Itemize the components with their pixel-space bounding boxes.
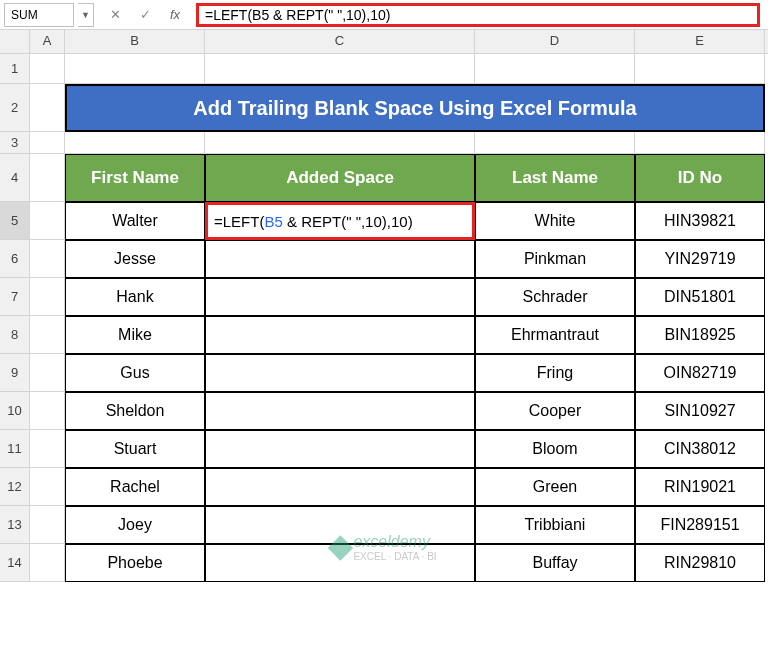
row-header[interactable]: 8	[0, 316, 30, 354]
cell-added[interactable]	[205, 316, 475, 354]
table-header-last-name[interactable]: Last Name	[475, 154, 635, 202]
cell-last-name[interactable]: Ehrmantraut	[475, 316, 635, 354]
cell-added[interactable]	[205, 278, 475, 316]
cell-first-name[interactable]: Joey	[65, 506, 205, 544]
cell-last-name[interactable]: White	[475, 202, 635, 240]
table-header-added-space[interactable]: Added Space	[205, 154, 475, 202]
cell-id[interactable]: DIN51801	[635, 278, 765, 316]
cell-first-name[interactable]: Phoebe	[65, 544, 205, 582]
cell-id[interactable]: SIN10927	[635, 392, 765, 430]
cell-added[interactable]	[205, 354, 475, 392]
row-header[interactable]: 10	[0, 392, 30, 430]
row-header[interactable]: 4	[0, 154, 30, 202]
cell-last-name[interactable]: Buffay	[475, 544, 635, 582]
name-box-dropdown[interactable]: ▼	[78, 3, 94, 27]
cell[interactable]	[30, 84, 65, 132]
formula-input-highlight	[196, 3, 760, 27]
cell-added[interactable]	[205, 240, 475, 278]
table-header-first-name[interactable]: First Name	[65, 154, 205, 202]
row-header[interactable]: 7	[0, 278, 30, 316]
cell-id[interactable]: HIN39821	[635, 202, 765, 240]
page-title[interactable]: Add Trailing Blank Space Using Excel For…	[65, 84, 765, 132]
cell[interactable]	[475, 132, 635, 154]
cell[interactable]	[30, 278, 65, 316]
cell-id[interactable]: RIN19021	[635, 468, 765, 506]
cell[interactable]	[30, 240, 65, 278]
cell[interactable]	[30, 468, 65, 506]
cell[interactable]	[30, 54, 65, 84]
cell-first-name[interactable]: Rachel	[65, 468, 205, 506]
cell[interactable]	[30, 202, 65, 240]
watermark: exceldemy EXCEL · DATA · BI	[331, 533, 436, 562]
column-headers: A B C D E	[0, 30, 768, 54]
row-header[interactable]: 11	[0, 430, 30, 468]
cell-last-name[interactable]: Bloom	[475, 430, 635, 468]
cell[interactable]	[65, 54, 205, 84]
cell[interactable]	[205, 54, 475, 84]
cell[interactable]	[30, 154, 65, 202]
confirm-icon[interactable]: ✓	[136, 7, 154, 22]
cell-id[interactable]: FIN289151	[635, 506, 765, 544]
select-all-corner[interactable]	[0, 30, 30, 53]
name-box[interactable]: SUM	[4, 3, 74, 27]
cell[interactable]	[30, 392, 65, 430]
row-header[interactable]: 1	[0, 54, 30, 84]
table-row: Jesse Pinkman YIN29719	[30, 240, 765, 278]
cell-last-name[interactable]: Tribbiani	[475, 506, 635, 544]
cell-last-name[interactable]: Cooper	[475, 392, 635, 430]
cell[interactable]	[475, 54, 635, 84]
cell[interactable]	[65, 132, 205, 154]
cell-first-name[interactable]: Jesse	[65, 240, 205, 278]
cell-id[interactable]: RIN29810	[635, 544, 765, 582]
cell-last-name[interactable]: Pinkman	[475, 240, 635, 278]
cell-first-name[interactable]: Gus	[65, 354, 205, 392]
cell-added[interactable]	[205, 468, 475, 506]
cell-first-name[interactable]: Hank	[65, 278, 205, 316]
table-row: Stuart Bloom CIN38012	[30, 430, 765, 468]
col-header-b[interactable]: B	[65, 30, 205, 53]
cell[interactable]	[30, 506, 65, 544]
cell-id[interactable]: BIN18925	[635, 316, 765, 354]
cell-added[interactable]	[205, 392, 475, 430]
cell[interactable]	[30, 132, 65, 154]
row-header[interactable]: 9	[0, 354, 30, 392]
formula-input[interactable]	[205, 7, 751, 23]
watermark-sub: EXCEL · DATA · BI	[353, 551, 436, 562]
row-header[interactable]: 12	[0, 468, 30, 506]
cell-id[interactable]: OIN82719	[635, 354, 765, 392]
col-header-c[interactable]: C	[205, 30, 475, 53]
cell-editing[interactable]: =LEFT(B5 & REPT(" ",10),10)	[205, 202, 475, 240]
cell[interactable]	[30, 544, 65, 582]
col-header-d[interactable]: D	[475, 30, 635, 53]
row-header[interactable]: 14	[0, 544, 30, 582]
col-header-e[interactable]: E	[635, 30, 765, 53]
cell-last-name[interactable]: Green	[475, 468, 635, 506]
cell-id[interactable]: CIN38012	[635, 430, 765, 468]
table-row: Mike Ehrmantraut BIN18925	[30, 316, 765, 354]
col-header-a[interactable]: A	[30, 30, 65, 53]
row-header[interactable]: 13	[0, 506, 30, 544]
cell-last-name[interactable]: Fring	[475, 354, 635, 392]
fx-icon[interactable]: fx	[166, 7, 184, 22]
cancel-icon[interactable]: ✕	[106, 7, 124, 22]
cell-added[interactable]	[205, 430, 475, 468]
cell-last-name[interactable]: Schrader	[475, 278, 635, 316]
cell-first-name[interactable]: Sheldon	[65, 392, 205, 430]
cell[interactable]	[30, 354, 65, 392]
cell[interactable]	[205, 132, 475, 154]
cell[interactable]	[635, 132, 765, 154]
formula-text: =LEFT(B5 & REPT(" ",10),10)	[214, 213, 413, 230]
cell-first-name[interactable]: Stuart	[65, 430, 205, 468]
row-header[interactable]: 5	[0, 202, 30, 240]
row-header[interactable]: 3	[0, 132, 30, 154]
cell[interactable]	[30, 430, 65, 468]
row-header[interactable]: 2	[0, 84, 30, 132]
cell-first-name[interactable]: Walter	[65, 202, 205, 240]
table-header-id-no[interactable]: ID No	[635, 154, 765, 202]
row-header[interactable]: 6	[0, 240, 30, 278]
table-row: Hank Schrader DIN51801	[30, 278, 765, 316]
cell-id[interactable]: YIN29719	[635, 240, 765, 278]
cell[interactable]	[635, 54, 765, 84]
cell[interactable]	[30, 316, 65, 354]
cell-first-name[interactable]: Mike	[65, 316, 205, 354]
